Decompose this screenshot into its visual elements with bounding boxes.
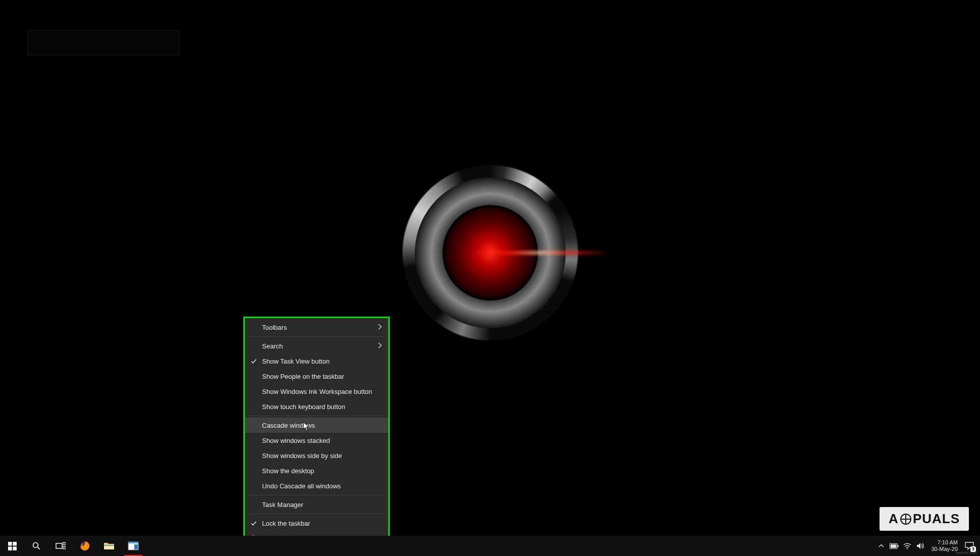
svg-rect-17 bbox=[63, 546, 65, 549]
battery-icon[interactable] bbox=[890, 541, 899, 550]
menu-label: Toolbars bbox=[262, 324, 374, 331]
menu-show-desktop[interactable]: Show the desktop bbox=[245, 463, 388, 478]
menu-lock-taskbar[interactable]: Lock the taskbar bbox=[245, 516, 388, 531]
menu-label: Cascade windows bbox=[262, 422, 382, 429]
menu-label: Show the desktop bbox=[262, 467, 382, 475]
task-view-button[interactable] bbox=[48, 536, 73, 556]
action-center-button[interactable]: 3 bbox=[964, 540, 975, 551]
app-window-icon bbox=[128, 541, 139, 550]
search-icon bbox=[32, 541, 41, 550]
menu-label: Task Manager bbox=[262, 501, 382, 509]
folder-icon bbox=[104, 541, 115, 550]
svg-point-27 bbox=[907, 548, 908, 549]
taskbar-context-menu: Toolbars Search Show Task View button Sh… bbox=[243, 317, 390, 549]
menu-cascade-windows[interactable]: Cascade windows bbox=[245, 418, 388, 433]
checkmark-icon bbox=[245, 520, 262, 527]
task-view-icon bbox=[56, 542, 66, 550]
volume-icon[interactable] bbox=[916, 541, 925, 550]
svg-rect-15 bbox=[56, 543, 62, 548]
menu-show-ink-workspace[interactable]: Show Windows Ink Workspace button bbox=[245, 384, 388, 399]
menu-show-task-view[interactable]: Show Task View button bbox=[245, 353, 388, 369]
firefox-icon bbox=[79, 540, 90, 551]
clock[interactable]: 7:10 AM 30-May-20 bbox=[929, 539, 960, 552]
svg-rect-11 bbox=[8, 546, 12, 550]
menu-label: Show windows side by side bbox=[262, 452, 382, 460]
menu-label: Search bbox=[262, 342, 374, 350]
menu-label: Lock the taskbar bbox=[262, 520, 382, 527]
watermark-text: A bbox=[889, 511, 899, 527]
menu-task-manager[interactable]: Task Manager bbox=[245, 497, 388, 512]
menu-label: Show Windows Ink Workspace button bbox=[262, 388, 382, 395]
taskbar[interactable]: 7:10 AM 30-May-20 3 bbox=[0, 536, 980, 556]
globe-icon bbox=[900, 514, 911, 525]
watermark-text: PUALS bbox=[913, 511, 960, 527]
start-button[interactable] bbox=[0, 536, 24, 556]
firefox-app[interactable] bbox=[73, 536, 97, 556]
search-button[interactable] bbox=[24, 536, 48, 556]
date-label: 30-May-20 bbox=[931, 546, 958, 552]
svg-rect-9 bbox=[8, 542, 12, 546]
menu-show-windows-side-by-side[interactable]: Show windows side by side bbox=[245, 448, 388, 463]
menu-label: Undo Cascade all windows bbox=[262, 482, 382, 490]
svg-rect-25 bbox=[898, 545, 899, 547]
svg-rect-12 bbox=[13, 546, 17, 550]
menu-label: Show touch keyboard button bbox=[262, 403, 382, 411]
svg-line-14 bbox=[38, 547, 40, 550]
menu-show-touch-keyboard[interactable]: Show touch keyboard button bbox=[245, 399, 388, 414]
windows-logo-icon bbox=[8, 542, 17, 550]
svg-rect-10 bbox=[13, 542, 17, 546]
chevron-right-icon bbox=[374, 324, 382, 331]
tray-chevron-up-icon[interactable] bbox=[876, 541, 886, 550]
menu-show-people[interactable]: Show People on the taskbar bbox=[245, 369, 388, 384]
source-credit: wsxdn.com bbox=[957, 550, 977, 555]
appuals-watermark: A PUALS bbox=[880, 507, 969, 531]
desktop-wallpaper bbox=[384, 146, 596, 359]
svg-rect-23 bbox=[134, 544, 138, 549]
menu-toolbars[interactable]: Toolbars bbox=[245, 320, 388, 335]
time-label: 7:10 AM bbox=[931, 539, 958, 546]
menu-label: Show Task View button bbox=[262, 358, 382, 365]
svg-rect-22 bbox=[128, 542, 138, 543]
svg-rect-26 bbox=[891, 544, 896, 548]
running-app[interactable] bbox=[121, 536, 145, 556]
wifi-icon[interactable] bbox=[903, 541, 912, 550]
menu-label: Show People on the taskbar bbox=[262, 373, 382, 380]
menu-show-windows-stacked[interactable]: Show windows stacked bbox=[245, 433, 388, 448]
svg-rect-16 bbox=[63, 542, 65, 545]
checkmark-icon bbox=[245, 358, 262, 365]
file-explorer-app[interactable] bbox=[97, 536, 121, 556]
chevron-right-icon bbox=[374, 342, 382, 350]
menu-label: Show windows stacked bbox=[262, 437, 382, 444]
ghost-window-outline bbox=[28, 30, 179, 56]
menu-search[interactable]: Search bbox=[245, 338, 388, 353]
svg-rect-20 bbox=[104, 545, 114, 546]
svg-point-13 bbox=[33, 543, 38, 548]
menu-undo-cascade[interactable]: Undo Cascade all windows bbox=[245, 478, 388, 493]
